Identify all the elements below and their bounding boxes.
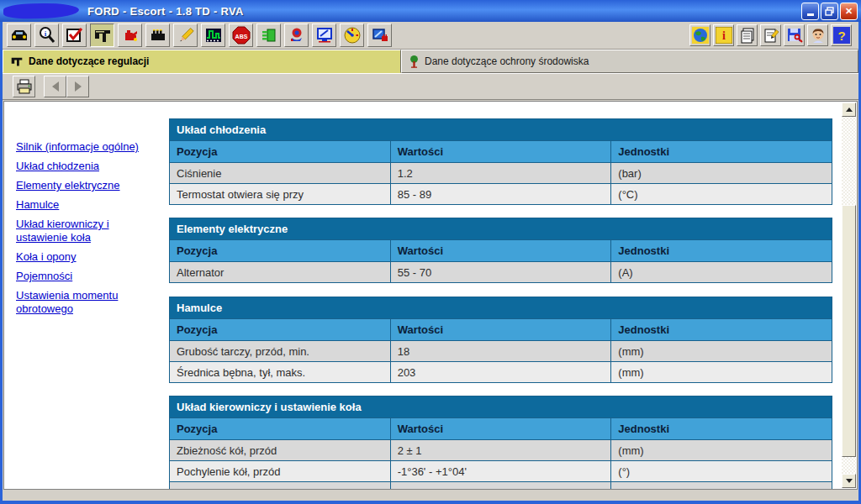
minimize-button[interactable] (801, 3, 819, 20)
restore-button[interactable] (821, 3, 838, 20)
car-icon[interactable] (7, 24, 31, 47)
back-icon (52, 81, 59, 92)
cell-wartosc: -1°36' - +1°04' (390, 461, 611, 482)
cell-pozycja: Termostat otwiera się przy (170, 184, 391, 205)
globe-icon[interactable] (689, 24, 710, 46)
table-elementy-elektryczne: Elementy elektryczne Pozycja Wartości Je… (169, 218, 832, 283)
forward-icon (75, 81, 82, 92)
edit-document-icon[interactable] (760, 24, 781, 46)
caliper-icon (10, 55, 24, 67)
table-row: Termostat otwiera się przy 85 - 89 (°C) (170, 184, 832, 205)
print-button[interactable] (13, 76, 35, 97)
window-title: FORD - Escort - 1.8 TD - RVA (87, 5, 244, 18)
print-icon (16, 79, 33, 94)
help-icon[interactable]: ? (831, 24, 852, 46)
table-row: Ciśnienie 1.2 (bar) (170, 163, 832, 184)
monitor-icon[interactable] (312, 24, 336, 47)
table-row: Wyprzedzenie sworznia zwrotnicy, przód 0… (170, 482, 832, 491)
checklist-icon[interactable] (62, 24, 87, 47)
table-row: Alternator 55 - 70 (A) (170, 262, 832, 283)
col-header: Wartości (390, 418, 611, 440)
nav-link-elementy-elektryczne[interactable]: Elementy elektryczne (16, 179, 162, 192)
nav-link-uklad-kierowniczy[interactable]: Układ kierowniczy i ustawienie koła (16, 218, 162, 244)
cell-wartosc: 18 (390, 341, 611, 362)
documents-icon[interactable] (737, 24, 758, 46)
engine-icon[interactable] (145, 24, 170, 47)
cell-pozycja: Grubość tarczy, przód, min. (170, 341, 391, 362)
close-button[interactable]: ✕ (840, 3, 858, 20)
table-uklad-kierowniczy: Układ kierowniczy i ustawienie koła Pozy… (169, 396, 832, 490)
arrow-down-icon (846, 479, 853, 486)
cell-jednostka: (mm) (611, 362, 832, 383)
col-header: Wartości (390, 240, 611, 262)
abs-icon[interactable]: ABS (229, 24, 253, 47)
battery-icon[interactable] (367, 24, 392, 47)
nav-link-kola-i-opony[interactable]: Koła i opony (16, 250, 162, 264)
col-header: Pozycja (170, 240, 391, 262)
scroll-up-button[interactable] (842, 102, 856, 117)
save-key-icon[interactable] (784, 24, 805, 46)
back-button[interactable] (44, 76, 66, 97)
titlebar: FORD - Escort - 1.8 TD - RVA ✕ (0, 0, 861, 22)
pencil-icon[interactable] (173, 24, 198, 47)
cell-pozycja: Alternator (170, 262, 391, 283)
gauge-icon[interactable] (340, 24, 364, 47)
tab-ochrona-srodowiska[interactable]: Dane dotyczące ochrony środowiska (401, 50, 858, 73)
cell-jednostka: (mm) (611, 341, 832, 362)
nav-link-ustawienia-momentu[interactable]: Ustawienia momentu obrotowego (16, 289, 162, 316)
col-header: Pozycja (170, 141, 391, 163)
nav-link-hamulce[interactable]: Hamulce (16, 198, 162, 212)
oscilloscope-icon[interactable] (201, 24, 225, 47)
restore-icon (825, 7, 834, 16)
cell-wartosc: 2 ± 1 (390, 440, 611, 461)
tab-dane-regulacji[interactable]: Dane dotyczące regulacji (3, 50, 401, 73)
tree-icon (409, 55, 420, 68)
nav-link-pojemnosci[interactable]: Pojemności (16, 270, 162, 283)
vertical-scrollbar[interactable] (842, 102, 856, 488)
compressor-icon[interactable] (284, 24, 309, 47)
table-title: Hamulce (170, 297, 832, 319)
search-info-icon[interactable]: i (34, 24, 59, 47)
window-bottom-border (0, 501, 861, 504)
cell-wartosc: 203 (390, 362, 611, 383)
col-header: Wartości (390, 319, 611, 341)
caliper-icon[interactable] (90, 24, 114, 47)
arrow-up-icon (846, 104, 853, 112)
window-bottom-strip (3, 490, 858, 501)
svg-text:ABS: ABS (235, 34, 247, 39)
main-toolbar: i ABS (3, 22, 858, 50)
tab-bar: Dane dotyczące regulacji Dane dotyczące … (3, 50, 858, 73)
nav-link-silnik[interactable]: Silnik (informacje ogólne) (16, 140, 162, 154)
oil-can-icon[interactable] (118, 24, 142, 47)
table-title: Elementy elektryczne (170, 218, 832, 240)
nav-link-uklad-chlodzenia[interactable]: Układ chłodzenia (16, 160, 162, 173)
col-header: Jednostki (611, 319, 832, 341)
scrollbar-thumb[interactable] (842, 205, 856, 457)
page-toolbar (3, 73, 858, 100)
cell-wartosc: 55 - 70 (390, 262, 611, 283)
table-uklad-chlodzenia: Układ chłodzenia Pozycja Wartości Jednos… (169, 118, 832, 205)
col-header: Jednostki (611, 141, 832, 163)
cell-jednostka: (°C) (611, 184, 832, 205)
cell-pozycja: Średnica bębna, tył, maks. (170, 362, 391, 383)
cell-pozycja: Pochylenie kół, przód (170, 461, 391, 482)
table-row: Zbieżność kół, przód 2 ± 1 (mm) (170, 440, 832, 461)
cell-wartosc: 85 - 89 (390, 184, 611, 205)
table-row: Grubość tarczy, przód, min. 18 (mm) (170, 341, 832, 362)
cell-jednostka: (°) (611, 461, 832, 482)
col-header: Wartości (390, 141, 611, 163)
scroll-down-button[interactable] (842, 474, 856, 488)
cell-wartosc: 1.2 (390, 163, 611, 184)
table-title: Układ chłodzenia (170, 119, 832, 141)
app-window: FORD - Escort - 1.8 TD - RVA ✕ i (0, 0, 861, 504)
connector-icon[interactable] (256, 24, 281, 47)
table-row: Pochylenie kół, przód -1°36' - +1°04' (°… (170, 461, 832, 482)
minimize-icon (807, 13, 814, 16)
table-hamulce: Hamulce Pozycja Wartości Jednostki Grubo… (169, 297, 832, 383)
col-header: Pozycja (170, 418, 391, 440)
col-header: Jednostki (611, 240, 832, 262)
forward-button[interactable] (66, 76, 89, 97)
col-header: Jednostki (611, 418, 832, 440)
user-icon[interactable] (807, 24, 828, 46)
info-icon[interactable]: i (713, 24, 734, 46)
